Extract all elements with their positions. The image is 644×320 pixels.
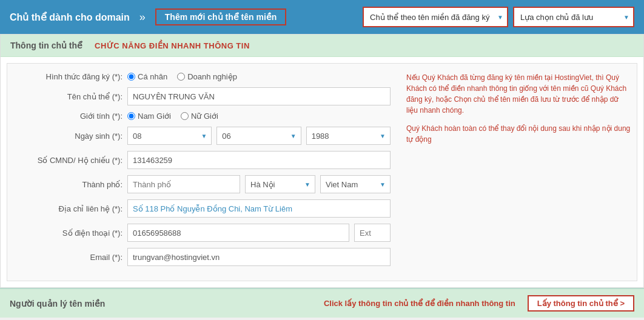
email-label: Email (*):	[13, 253, 122, 262]
dia-chi-label: Địa chỉ liên hệ (*):	[13, 204, 122, 213]
ngay-wrapper: 08	[127, 127, 212, 145]
add-new-button[interactable]: Thêm mới chủ thể tên miền	[155, 8, 287, 25]
thang-select[interactable]: 06	[216, 127, 301, 145]
hinh-thuc-label: Hình thức đăng ký (*):	[13, 72, 122, 81]
nam-gioi-text: Nam Giới	[138, 112, 171, 121]
cmnd-row: Số CMND/ Hộ chiếu (*):	[13, 151, 391, 169]
hinh-thuc-row: Hình thức đăng ký (*): Cá nhân Doanh ngh…	[13, 72, 391, 81]
gioi-tinh-row: Giới tính (*): Nam Giới Nữ Giới	[13, 112, 391, 121]
ca-nhan-text: Cá nhân	[138, 72, 167, 81]
info-text-1: Nếu Quý Khách đã từng đăng ký tên miền t…	[406, 72, 631, 116]
chu-the-section-title: Thông tin chủ thể	[10, 41, 82, 50]
nam-wrapper: 1988	[306, 127, 391, 145]
nam-gioi-radio[interactable]	[127, 112, 135, 120]
ngay-sinh-row: Ngày sinh (*): 08 06 1988	[13, 127, 391, 145]
dia-chi-row: Địa chỉ liên hệ (*):	[13, 199, 391, 218]
nu-gioi-radio[interactable]	[181, 112, 189, 120]
thang-wrapper: 06	[216, 127, 301, 145]
thanh-pho-input[interactable]	[127, 175, 240, 193]
hinh-thuc-radio-group: Cá nhân Doanh nghiệp	[127, 72, 237, 81]
ca-nhan-label[interactable]: Cá nhân	[127, 72, 167, 81]
header-arrow-icon: »	[139, 11, 146, 24]
form-area: Hình thức đăng ký (*): Cá nhân Doanh ngh…	[7, 63, 637, 281]
quoc-gia-select[interactable]: Viet Nam	[320, 175, 391, 193]
nam-select[interactable]: 1988	[306, 127, 391, 145]
lay-thong-tin-button[interactable]: Lấy thông tin chủ thể >	[528, 295, 634, 312]
click-info-text: Click lấy thông tin chủ thể để điền nhan…	[324, 299, 515, 308]
function-title: CHỨC NĂNG ĐIỀN NHANH THÔNG TIN	[95, 41, 250, 50]
gioi-tinh-label: Giới tính (*):	[13, 112, 122, 121]
cmnd-label: Số CMND/ Hộ chiếu (*):	[13, 156, 122, 165]
nu-gioi-text: Nữ Giới	[191, 112, 218, 121]
select2-wrapper: Lựa chọn chủ đã lưu	[513, 7, 634, 27]
doanh-nghiep-label[interactable]: Doanh nghiệp	[177, 72, 237, 81]
email-row: Email (*):	[13, 248, 391, 266]
page-header: Chủ thể dành cho domain » Thêm mới chủ t…	[0, 0, 644, 34]
select1-wrapper: Chủ thể theo tên miền đã đăng ký	[363, 7, 508, 27]
tinh-select[interactable]: Hà Nội	[245, 175, 315, 193]
thanh-pho-row: Thành phố: Hà Nội Viet Nam	[13, 175, 391, 193]
saved-owner-select[interactable]: Lựa chọn chủ đã lưu	[513, 7, 634, 27]
chu-the-section-header: Thông tin chủ thể CHỨC NĂNG ĐIỀN NHANH T…	[1, 35, 643, 57]
so-dt-row: Số điện thoại (*):	[13, 224, 391, 242]
date-row: 08 06 1988	[127, 127, 391, 145]
so-dt-input[interactable]	[127, 224, 349, 242]
ten-chu-the-label: Tên chủ thể (*):	[13, 92, 122, 101]
dia-chi-input[interactable]	[127, 199, 391, 218]
ca-nhan-radio[interactable]	[127, 73, 135, 81]
nam-gioi-label[interactable]: Nam Giới	[127, 112, 171, 121]
cmnd-input[interactable]	[127, 151, 391, 169]
domain-registered-select[interactable]: Chủ thể theo tên miền đã đăng ký	[363, 7, 508, 27]
main-content: Thông tin chủ thể CHỨC NĂNG ĐIỀN NHANH T…	[0, 34, 644, 288]
ext-input[interactable]	[354, 224, 391, 242]
info-text-2: Quý Khách hoàn toàn có thể thay đổi nội …	[406, 123, 631, 145]
thanh-pho-label: Thành phố:	[13, 180, 122, 189]
so-dt-label: Số điện thoại (*):	[13, 228, 122, 238]
ngay-select[interactable]: 08	[127, 127, 212, 145]
page-title: Chủ thể dành cho domain	[10, 12, 130, 23]
email-input[interactable]	[127, 248, 391, 266]
phone-row	[127, 224, 391, 242]
city-row: Hà Nội Viet Nam	[127, 175, 391, 193]
form-left: Hình thức đăng ký (*): Cá nhân Doanh ngh…	[13, 72, 391, 272]
doanh-nghiep-text: Doanh nghiệp	[187, 72, 237, 81]
ten-chu-the-row: Tên chủ thể (*):	[13, 87, 391, 105]
bottom-section: Người quản lý tên miền Click lấy thông t…	[0, 288, 644, 318]
gioi-tinh-radio-group: Nam Giới Nữ Giới	[127, 112, 218, 121]
nu-gioi-label[interactable]: Nữ Giới	[181, 112, 218, 121]
doanh-nghiep-radio[interactable]	[177, 73, 185, 81]
ten-chu-the-input[interactable]	[127, 87, 391, 105]
ngay-sinh-label: Ngày sinh (*):	[13, 132, 122, 141]
tinh-wrapper: Hà Nội	[245, 175, 315, 193]
quoc-gia-wrapper: Viet Nam	[320, 175, 391, 193]
header-selects: Chủ thể theo tên miền đã đăng ký Lựa chọ…	[363, 7, 634, 27]
form-right-info: Nếu Quý Khách đã từng đăng ký tên miền t…	[400, 72, 631, 272]
nguoi-quan-ly-title: Người quản lý tên miền	[10, 299, 105, 308]
